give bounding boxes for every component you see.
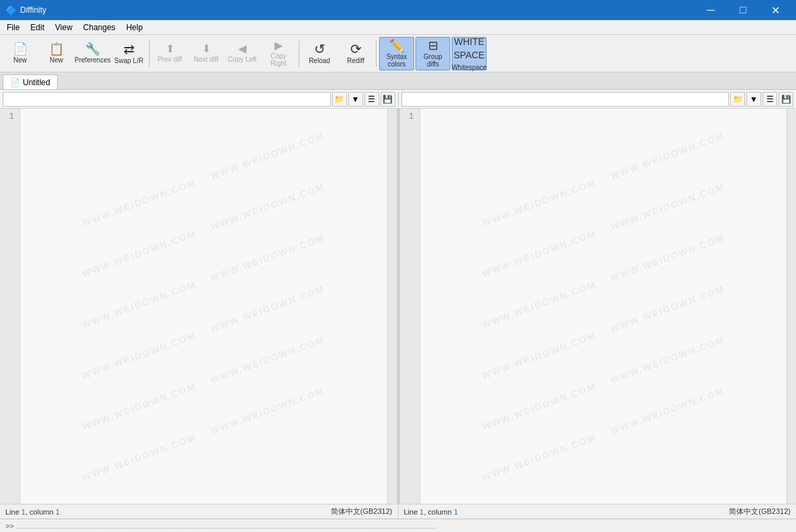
left-dropdown-button[interactable]: ▼ (348, 92, 363, 107)
swap-label: Swap L/R (114, 57, 143, 64)
swap-button[interactable]: ⇄ Swap L/R (111, 37, 146, 70)
next-diff-button[interactable]: ⬇ Next diff (189, 37, 223, 70)
syntax-colors-icon: ✏️ (389, 40, 404, 52)
tab-bar: 📄 Untitled (0, 72, 796, 90)
right-status-encoding: 简体中文(GB2312) (729, 507, 791, 517)
copy-left-icon: ◀ (238, 44, 246, 54)
left-watermark-row-2: WWW.WEIDOWN.COM WWW.WEIDOWN.COM (81, 180, 326, 278)
copy-left-label: Copy Left (228, 56, 257, 63)
left-watermark-row-5: WWW.WEIDOWN.COM WWW.WEIDOWN.COM (81, 333, 326, 431)
toolbar: 📄 New 📋 New 🔧 Preferences ⇄ Swap L/R ⬆ P… (0, 35, 796, 72)
maximize-button[interactable]: □ (728, 0, 758, 20)
left-editor-pane: 1 WWW.WEIDOWN.COM WWW.WEIDOWN.COM WWW.WE… (0, 109, 397, 504)
prev-diff-button[interactable]: ⬆ Prev diff (152, 37, 187, 70)
close-button[interactable]: ✕ (760, 0, 791, 20)
reload-button[interactable]: ↺ Reload (302, 37, 337, 70)
new-blank-label: New (13, 56, 27, 64)
left-status-line: 1 (21, 508, 26, 516)
right-watermark-row-5: WWW.WEIDOWN.COM WWW.WEIDOWN.COM (481, 333, 726, 431)
left-watermark-row-4: WWW.WEIDOWN.COM WWW.WEIDOWN.COM (81, 282, 326, 380)
copy-right-button[interactable]: ▶ Copy Right (261, 37, 296, 70)
app-title: Diffinity (20, 5, 46, 15)
left-file-input[interactable] (3, 92, 331, 107)
title-bar: 🔷 Diffinity ─ □ ✕ (0, 0, 796, 20)
diff-bar-dots: ........................................… (17, 522, 435, 530)
group-diffs-button[interactable]: ⊟ Group diffs (415, 37, 450, 70)
reload-icon: ↺ (314, 42, 326, 56)
diff-bar-icon: >> (5, 522, 14, 530)
right-line-1: 1 (400, 111, 417, 122)
rediff-button[interactable]: ⟳ Rediff (338, 37, 373, 70)
menu-file[interactable]: File (1, 21, 25, 34)
rediff-label: Rediff (347, 57, 364, 64)
reload-label: Reload (309, 57, 330, 64)
group-diffs-label: Group diffs (417, 53, 448, 68)
left-watermark: WWW.WEIDOWN.COM WWW.WEIDOWN.COM WWW.WEID… (20, 109, 387, 504)
right-dropdown-button[interactable]: ▼ (746, 92, 761, 107)
left-watermark-row-1: WWW.WEIDOWN.COM WWW.WEIDOWN.COM (81, 129, 326, 227)
prev-diff-label: Prev diff (158, 56, 183, 63)
left-status-encoding: 简体中文(GB2312) (331, 507, 393, 517)
next-diff-icon: ⬇ (202, 44, 211, 54)
right-editor-content[interactable]: WWW.WEIDOWN.COM WWW.WEIDOWN.COM WWW.WEID… (420, 109, 787, 504)
left-open-button[interactable]: 📁 (332, 92, 347, 107)
tab-untitled-label: Untitled (23, 78, 50, 87)
menu-help[interactable]: Help (121, 21, 148, 34)
left-line-numbers: 1 (0, 109, 20, 504)
syntax-colors-label: Syntax colors (381, 53, 412, 68)
right-watermark: WWW.WEIDOWN.COM WWW.WEIDOWN.COM WWW.WEID… (420, 109, 787, 504)
left-save-button[interactable]: 💾 (381, 92, 395, 107)
right-line-numbers: 1 (400, 109, 420, 504)
tab-untitled-icon: 📄 (10, 78, 20, 87)
left-file-bar: 📁 ▼ ☰ 💾 (0, 90, 398, 108)
left-watermark-row-3: WWW.WEIDOWN.COM WWW.WEIDOWN.COM (81, 231, 326, 329)
right-file-input[interactable] (401, 92, 730, 107)
right-save-button[interactable]: 💾 (779, 92, 793, 107)
left-line-1: 1 (0, 111, 17, 122)
right-scrollbar[interactable] (787, 109, 796, 504)
menu-view[interactable]: View (50, 21, 78, 34)
window-controls: ─ □ ✕ (695, 0, 791, 20)
right-list-button[interactable]: ☰ (762, 92, 777, 107)
toolbar-sep-3 (376, 40, 377, 67)
toolbar-sep-2 (299, 40, 299, 67)
editor-area: 1 WWW.WEIDOWN.COM WWW.WEIDOWN.COM WWW.WE… (0, 109, 796, 504)
whitespace-label: Whitespace (452, 64, 487, 71)
preferences-icon: 🔧 (85, 43, 100, 55)
next-diff-label: Next diff (194, 56, 219, 63)
preferences-label: Preferences (74, 56, 111, 64)
prev-diff-icon: ⬆ (166, 44, 175, 54)
right-editor-pane: 1 WWW.WEIDOWN.COM WWW.WEIDOWN.COM WWW.WE… (400, 109, 797, 504)
left-list-button[interactable]: ☰ (364, 92, 379, 107)
new-button[interactable]: 📋 New (39, 37, 74, 70)
minimize-button[interactable]: ─ (695, 0, 726, 20)
new-blank-icon: 📄 (13, 43, 28, 55)
left-scrollbar[interactable] (387, 109, 397, 504)
preferences-button[interactable]: 🔧 Preferences (75, 37, 110, 70)
whitespace-button[interactable]: WHITESPACE Whitespace (452, 37, 487, 70)
rediff-icon: ⟳ (350, 42, 362, 56)
right-watermark-row-2: WWW.WEIDOWN.COM WWW.WEIDOWN.COM (481, 180, 726, 278)
copy-right-icon: ▶ (275, 40, 283, 51)
menu-changes[interactable]: Changes (78, 21, 121, 34)
right-watermark-row-6: WWW.WEIDOWN.COM WWW.WEIDOWN.COM (481, 384, 726, 482)
right-status-col: 1 (454, 508, 458, 516)
file-bars: 📁 ▼ ☰ 💾 📁 ▼ ☰ 💾 (0, 90, 796, 109)
menu-edit[interactable]: Edit (25, 21, 50, 34)
syntax-colors-button[interactable]: ✏️ Syntax colors (379, 37, 414, 70)
whitespace-icon: WHITESPACE (454, 36, 485, 62)
right-watermark-row-1: WWW.WEIDOWN.COM WWW.WEIDOWN.COM (481, 129, 726, 227)
tab-untitled[interactable]: 📄 Untitled (3, 74, 58, 89)
toolbar-sep-1 (149, 40, 150, 67)
left-editor-content[interactable]: WWW.WEIDOWN.COM WWW.WEIDOWN.COM WWW.WEID… (20, 109, 387, 504)
menu-bar: File Edit View Changes Help (0, 20, 796, 35)
app-icon: 🔷 (5, 5, 16, 15)
copy-left-button[interactable]: ◀ Copy Left (225, 37, 260, 70)
right-watermark-row-4: WWW.WEIDOWN.COM WWW.WEIDOWN.COM (481, 282, 726, 380)
right-open-button[interactable]: 📁 (730, 92, 745, 107)
copy-right-label: Copy Right (262, 52, 295, 67)
right-status-bar: Line 1, column 1 简体中文(GB2312) (399, 504, 797, 519)
swap-icon: ⇄ (123, 42, 135, 56)
left-watermark-row-6: WWW.WEIDOWN.COM WWW.WEIDOWN.COM (81, 384, 326, 482)
new-blank-button[interactable]: 📄 New (3, 37, 38, 70)
